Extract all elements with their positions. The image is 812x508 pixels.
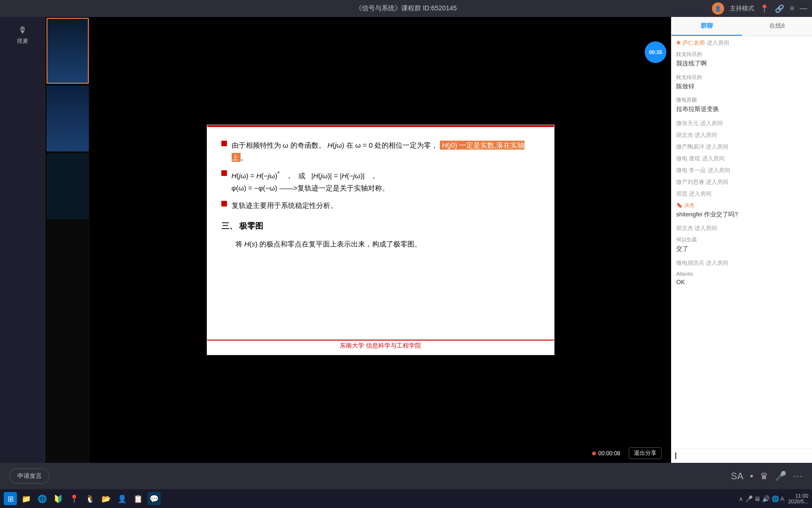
titlebar-controls: 👤 主持模式 📍 🔗 ≡ —	[712, 2, 807, 15]
slide-controls: 00:00:08 退出分享	[588, 447, 662, 459]
slide-bottom-border	[207, 340, 554, 341]
thumbnail-3[interactable]	[47, 153, 89, 219]
slide-bullet-3: 复轨迹主要用于系统稳定性分析。	[221, 199, 540, 212]
taskbar-qq-icon[interactable]: 🐧	[84, 492, 97, 505]
start-button[interactable]: ⊞	[4, 492, 17, 505]
timer-text: 00:00:08	[598, 450, 620, 457]
chat-system-6: 微电 李一品 进入房间	[676, 167, 807, 175]
taskbar-unk-icon[interactable]: 📋	[132, 492, 145, 505]
chat-system-10: 微电胡浩兵 进入房间	[676, 259, 807, 267]
taskbar-boochat-icon[interactable]: 💬	[148, 492, 161, 505]
time-text: 00:35	[649, 49, 662, 55]
slide-content: 由于相频特性为 ω 的奇函数。 H(jω) 在 ω = 0 处的相位一定为零， …	[221, 135, 540, 255]
bullet-icon-2	[221, 170, 227, 176]
share-icon[interactable]: 🔗	[775, 4, 784, 13]
slide: 由于相频特性为 ω 的奇函数。 H(jω) 在 ω = 0 处的相位一定为零， …	[207, 125, 554, 355]
thumbnail-1[interactable]	[47, 18, 89, 84]
chat-system-8: 邓昆 进入房间	[676, 190, 807, 198]
chat-msg-atlantis: Atlantis OK	[676, 271, 807, 287]
slide-bullet-1: 由于相频特性为 ω 的奇函数。 H(jω) 在 ω = 0 处的相位一定为零， …	[221, 139, 540, 163]
sys-tray-icons: ∧ 🎤 🖥 🔊 🌐 A	[739, 495, 784, 502]
sidebar-item-paimei[interactable]: 🎙 排麦	[13, 23, 32, 48]
thumbnail-strip	[45, 17, 90, 463]
taskbar-file-icon[interactable]: 📁	[20, 492, 33, 505]
chat-system-2: 微张天元 进入房间	[676, 119, 807, 127]
chat-msg-5: 何以生疏 交了	[676, 236, 807, 254]
speak-button[interactable]: 申请发言	[9, 468, 50, 484]
taskbar-person-icon[interactable]: 👤	[116, 492, 129, 505]
bullet-icon-1	[221, 141, 227, 146]
sys-time: 11:00 2020/5...	[788, 493, 808, 504]
left-sidebar: 🎙 排麦	[0, 17, 45, 463]
titlebar: 《信号与系统》课程群 ID:6520145 👤 主持模式 📍 🔗 ≡ —	[0, 0, 812, 17]
chat-msg-2: 枕戈待旦的 陈致锌	[676, 74, 807, 91]
sys-taskbar-left: ⊞ 📁 🌐 🔰 📍 🐧 📂 👤 📋 💬	[4, 492, 161, 505]
timer-dot	[592, 452, 596, 455]
chat-cursor	[675, 452, 676, 459]
chat-text-1: 我连线了啊	[676, 59, 807, 68]
chat-text-4: shitengfei 作业交了吗?	[676, 210, 807, 219]
taskbar-files-icon[interactable]: 📂	[100, 492, 113, 505]
more-toolbar-icon[interactable]: ⋯	[793, 470, 803, 482]
sys-time-text: 11:00	[788, 493, 808, 499]
paimei-label: 排麦	[17, 37, 28, 45]
slide-section-body: 将 H(s) 的极点和零点在复平面上表示出来，构成了极零图。	[221, 238, 540, 250]
dot-toolbar-icon[interactable]: •	[750, 471, 753, 482]
chat-system-7: 微产刘思睿 进入房间	[676, 178, 807, 186]
mic-icon: 🎙	[18, 25, 27, 35]
sys-taskbar: ⊞ 📁 🌐 🔰 📍 🐧 📂 👤 📋 💬 ∧ 🎤 🖥 🔊 🌐 A 11:00 20…	[0, 489, 812, 508]
chat-sender-1: 枕戈待旦的	[676, 51, 807, 58]
slide-section-title: 三、 极零图	[221, 219, 540, 234]
chat-text-atlantis: OK	[676, 278, 807, 287]
avatar: 👤	[712, 2, 724, 15]
bullet-text-3: 复轨迹主要用于系统稳定性分析。	[232, 199, 337, 212]
taskbar-maps-icon[interactable]: 📍	[68, 492, 81, 505]
chat-input-area	[671, 448, 812, 463]
chat-system-3: 胡文杰 进入房间	[676, 131, 807, 139]
chat-sender-atlantis: Atlantis	[676, 271, 807, 277]
slide-container: 由于相频特性为 ω 的奇函数。 H(jω) 在 ω = 0 处的相位一定为零， …	[90, 17, 671, 463]
highlight-text: H(j0) 一定是实数,落在实轴上	[232, 141, 525, 162]
chat-text-3: 拉布拉斯逆变换	[676, 104, 807, 114]
right-panel: 群聊 在线8 ✱ 庐仁名师 进入房间 枕戈待旦的 我连线了啊 枕戈待旦的 陈致锌	[671, 17, 812, 463]
taskbar-ie-icon[interactable]: 🌐	[36, 492, 49, 505]
panel-tabs: 群聊 在线8	[671, 17, 812, 36]
sys-date-text: 2020/5...	[788, 499, 808, 504]
time-circle: 00:35	[645, 41, 666, 63]
chat-system-5: 微电 唐瑶 进入房间	[676, 155, 807, 163]
toolbar-right: SA • ♛ 🎤 ⋯	[731, 470, 803, 482]
tab-online[interactable]: 在线8	[742, 17, 812, 36]
exit-share-button[interactable]: 退出分享	[629, 447, 662, 459]
sys-taskbar-right: ∧ 🎤 🖥 🔊 🌐 A 11:00 2020/5...	[739, 493, 808, 504]
chat-sender-4: 🔖 决杰	[676, 202, 807, 209]
chat-text-5: 交了	[676, 244, 807, 254]
chat-sender-5: 何以生疏	[676, 236, 807, 243]
sa-toolbar-icon[interactable]: SA	[731, 471, 743, 482]
center-area: 由于相频特性为 ω 的奇函数。 H(jω) 在 ω = 0 处的相位一定为零， …	[45, 17, 671, 463]
minimize-icon[interactable]: —	[800, 4, 807, 13]
bullet-text-1: 由于相频特性为 ω 的奇函数。 H(jω) 在 ω = 0 处的相位一定为零， …	[232, 139, 540, 163]
chat-sender-3: 微电苏颖	[676, 96, 807, 103]
bottom-toolbar: 申请发言 SA • ♛ 🎤 ⋯	[0, 463, 812, 489]
slide-bullet-2: H(jω) = H(−jω)* ， 或 |H(jω)| = |H(−jω)| ，…	[221, 169, 540, 194]
chat-system-1: ✱ 庐仁名师 进入房间	[676, 39, 807, 47]
menu-icon[interactable]: ≡	[790, 4, 794, 13]
chat-system-9: 胡文杰 进入房间	[676, 224, 807, 232]
crown-toolbar-icon[interactable]: ♛	[760, 470, 768, 482]
chat-msg-3: 微电苏颖 拉布拉斯逆变换	[676, 96, 807, 114]
chat-sender-2: 枕戈待旦的	[676, 74, 807, 81]
slide-top-border	[207, 125, 554, 127]
thumbnail-2[interactable]	[47, 86, 89, 151]
slide-footer: 东南大学 信息科学与工程学院	[207, 341, 554, 350]
tab-group-chat[interactable]: 群聊	[671, 17, 742, 36]
mic-toolbar-icon[interactable]: 🎤	[775, 470, 787, 482]
host-mode-label: 主持模式	[730, 4, 754, 13]
chat-messages[interactable]: ✱ 庐仁名师 进入房间 枕戈待旦的 我连线了啊 枕戈待旦的 陈致锌 微电苏颖 拉…	[671, 36, 812, 448]
video-area: 由于相频特性为 ω 的奇函数。 H(jω) 在 ω = 0 处的相位一定为零， …	[45, 17, 671, 463]
bullet-icon-3	[221, 201, 227, 206]
location-icon[interactable]: 📍	[760, 4, 769, 13]
taskbar-360-icon[interactable]: 🔰	[52, 492, 65, 505]
chat-msg-1: 枕戈待旦的 我连线了啊	[676, 51, 807, 68]
app-title: 《信号与系统》课程群 ID:6520145	[355, 4, 457, 13]
chat-system-4: 微产陶易洋 进入房间	[676, 143, 807, 151]
